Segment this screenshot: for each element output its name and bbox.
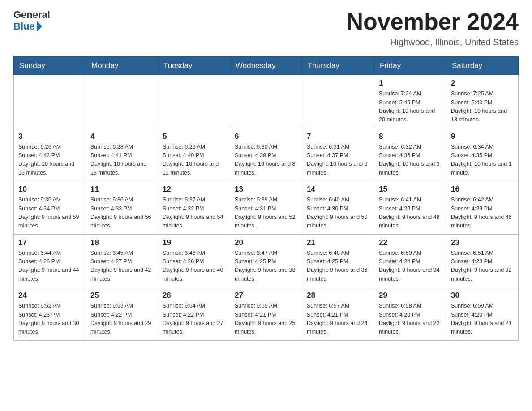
day-number: 23 (451, 238, 514, 247)
day-number: 2 (451, 79, 514, 88)
calendar-cell (230, 75, 302, 128)
day-number: 6 (235, 132, 297, 141)
day-number: 24 (18, 291, 81, 300)
weekday-header-thursday: Thursday (302, 57, 374, 75)
calendar-title: November 2024 (347, 9, 519, 34)
day-number: 4 (90, 132, 153, 141)
calendar-cell: 12Sunrise: 6:37 AMSunset: 4:32 PMDayligh… (158, 181, 230, 235)
day-number: 10 (18, 185, 81, 194)
calendar-cell: 16Sunrise: 6:42 AMSunset: 4:29 PMDayligh… (446, 181, 519, 235)
calendar-week-1: 1Sunrise: 7:24 AMSunset: 5:45 PMDaylight… (14, 75, 519, 128)
calendar-cell: 1Sunrise: 7:24 AMSunset: 5:45 PMDaylight… (374, 75, 446, 128)
day-info: Sunrise: 6:44 AMSunset: 4:28 PMDaylight:… (18, 249, 81, 284)
day-info: Sunrise: 6:42 AMSunset: 4:29 PMDaylight:… (451, 196, 514, 231)
calendar-week-4: 17Sunrise: 6:44 AMSunset: 4:28 PMDayligh… (14, 234, 519, 287)
day-number: 18 (90, 238, 153, 247)
day-info: Sunrise: 6:41 AMSunset: 4:29 PMDaylight:… (379, 196, 442, 231)
calendar-cell: 25Sunrise: 6:53 AMSunset: 4:22 PMDayligh… (86, 287, 158, 341)
calendar-cell: 13Sunrise: 6:39 AMSunset: 4:31 PMDayligh… (230, 181, 302, 235)
day-info: Sunrise: 6:46 AMSunset: 4:26 PMDaylight:… (163, 249, 225, 284)
calendar-cell: 20Sunrise: 6:47 AMSunset: 4:25 PMDayligh… (230, 234, 302, 287)
calendar-cell: 24Sunrise: 6:52 AMSunset: 4:23 PMDayligh… (14, 287, 86, 341)
calendar-cell: 21Sunrise: 6:48 AMSunset: 4:25 PMDayligh… (302, 234, 374, 287)
day-info: Sunrise: 6:54 AMSunset: 4:22 PMDaylight:… (163, 302, 225, 337)
weekday-header-row: SundayMondayTuesdayWednesdayThursdayFrid… (14, 57, 519, 75)
calendar-cell: 17Sunrise: 6:44 AMSunset: 4:28 PMDayligh… (14, 234, 86, 287)
calendar-cell: 11Sunrise: 6:36 AMSunset: 4:33 PMDayligh… (86, 181, 158, 235)
day-number: 21 (307, 238, 369, 247)
weekday-header-monday: Monday (86, 57, 158, 75)
day-info: Sunrise: 6:30 AMSunset: 4:39 PMDaylight:… (235, 143, 297, 178)
weekday-header-tuesday: Tuesday (158, 57, 230, 75)
day-number: 30 (451, 291, 514, 300)
calendar-header: SundayMondayTuesdayWednesdayThursdayFrid… (14, 57, 519, 75)
day-number: 3 (18, 132, 81, 141)
calendar-cell: 15Sunrise: 6:41 AMSunset: 4:29 PMDayligh… (374, 181, 446, 235)
day-info: Sunrise: 6:36 AMSunset: 4:33 PMDaylight:… (90, 196, 153, 231)
calendar-cell: 5Sunrise: 6:29 AMSunset: 4:40 PMDaylight… (158, 128, 230, 181)
calendar-cell: 2Sunrise: 7:25 AMSunset: 5:43 PMDaylight… (446, 75, 519, 128)
calendar-week-2: 3Sunrise: 6:26 AMSunset: 4:42 PMDaylight… (14, 128, 519, 181)
calendar-cell: 27Sunrise: 6:55 AMSunset: 4:21 PMDayligh… (230, 287, 302, 341)
calendar-cell (86, 75, 158, 128)
day-info: Sunrise: 6:48 AMSunset: 4:25 PMDaylight:… (307, 249, 369, 284)
calendar-subtitle: Highwood, Illinois, United States (347, 37, 519, 47)
day-number: 27 (235, 291, 297, 300)
logo-triangle-icon (37, 21, 42, 32)
day-info: Sunrise: 6:58 AMSunset: 4:20 PMDaylight:… (379, 302, 442, 337)
day-number: 29 (379, 291, 442, 300)
calendar-cell: 10Sunrise: 6:35 AMSunset: 4:34 PMDayligh… (14, 181, 86, 235)
day-number: 22 (379, 238, 442, 247)
day-info: Sunrise: 6:37 AMSunset: 4:32 PMDaylight:… (163, 196, 225, 231)
day-info: Sunrise: 6:28 AMSunset: 4:41 PMDaylight:… (90, 143, 153, 178)
day-number: 26 (163, 291, 225, 300)
weekday-header-sunday: Sunday (14, 57, 86, 75)
day-number: 28 (307, 291, 369, 300)
calendar-cell (302, 75, 374, 128)
day-number: 12 (163, 185, 225, 194)
day-number: 7 (307, 132, 369, 141)
calendar-cell: 30Sunrise: 6:59 AMSunset: 4:20 PMDayligh… (446, 287, 519, 341)
calendar-cell: 26Sunrise: 6:54 AMSunset: 4:22 PMDayligh… (158, 287, 230, 341)
day-number: 9 (451, 132, 514, 141)
day-number: 25 (90, 291, 153, 300)
calendar-cell: 29Sunrise: 6:58 AMSunset: 4:20 PMDayligh… (374, 287, 446, 341)
day-number: 17 (18, 238, 81, 247)
day-info: Sunrise: 6:34 AMSunset: 4:35 PMDaylight:… (451, 143, 514, 178)
calendar-cell (14, 75, 86, 128)
calendar-cell: 6Sunrise: 6:30 AMSunset: 4:39 PMDaylight… (230, 128, 302, 181)
calendar-cell: 9Sunrise: 6:34 AMSunset: 4:35 PMDaylight… (446, 128, 519, 181)
day-info: Sunrise: 6:39 AMSunset: 4:31 PMDaylight:… (235, 196, 297, 231)
day-info: Sunrise: 6:50 AMSunset: 4:24 PMDaylight:… (379, 249, 442, 284)
day-info: Sunrise: 6:40 AMSunset: 4:30 PMDaylight:… (307, 196, 369, 231)
day-number: 5 (163, 132, 225, 141)
calendar-cell: 23Sunrise: 6:51 AMSunset: 4:23 PMDayligh… (446, 234, 519, 287)
day-info: Sunrise: 6:52 AMSunset: 4:23 PMDaylight:… (18, 302, 81, 337)
weekday-header-friday: Friday (374, 57, 446, 75)
calendar-cell: 28Sunrise: 6:57 AMSunset: 4:21 PMDayligh… (302, 287, 374, 341)
calendar-cell (158, 75, 230, 128)
day-number: 14 (307, 185, 369, 194)
day-info: Sunrise: 6:26 AMSunset: 4:42 PMDaylight:… (18, 143, 81, 178)
day-info: Sunrise: 6:35 AMSunset: 4:34 PMDaylight:… (18, 196, 81, 231)
logo-blue-text: Blue (13, 21, 35, 32)
day-number: 8 (379, 132, 442, 141)
title-area: November 2024 Highwood, Illinois, United… (347, 9, 519, 47)
day-info: Sunrise: 7:25 AMSunset: 5:43 PMDaylight:… (451, 90, 514, 124)
logo: General Blue (13, 9, 50, 32)
day-info: Sunrise: 6:32 AMSunset: 4:36 PMDaylight:… (379, 143, 442, 178)
day-info: Sunrise: 6:53 AMSunset: 4:22 PMDaylight:… (90, 302, 153, 337)
logo-general-text: General (13, 9, 50, 21)
calendar-cell: 8Sunrise: 6:32 AMSunset: 4:36 PMDaylight… (374, 128, 446, 181)
day-info: Sunrise: 6:59 AMSunset: 4:20 PMDaylight:… (451, 302, 514, 337)
calendar-cell: 7Sunrise: 6:31 AMSunset: 4:37 PMDaylight… (302, 128, 374, 181)
day-info: Sunrise: 6:31 AMSunset: 4:37 PMDaylight:… (307, 143, 369, 178)
day-number: 20 (235, 238, 297, 247)
day-number: 15 (379, 185, 442, 194)
day-number: 13 (235, 185, 297, 194)
day-info: Sunrise: 6:51 AMSunset: 4:23 PMDaylight:… (451, 249, 514, 284)
day-number: 1 (379, 79, 442, 88)
day-info: Sunrise: 6:57 AMSunset: 4:21 PMDaylight:… (307, 302, 369, 337)
day-info: Sunrise: 6:47 AMSunset: 4:25 PMDaylight:… (235, 249, 297, 284)
calendar-table: SundayMondayTuesdayWednesdayThursdayFrid… (13, 56, 519, 341)
